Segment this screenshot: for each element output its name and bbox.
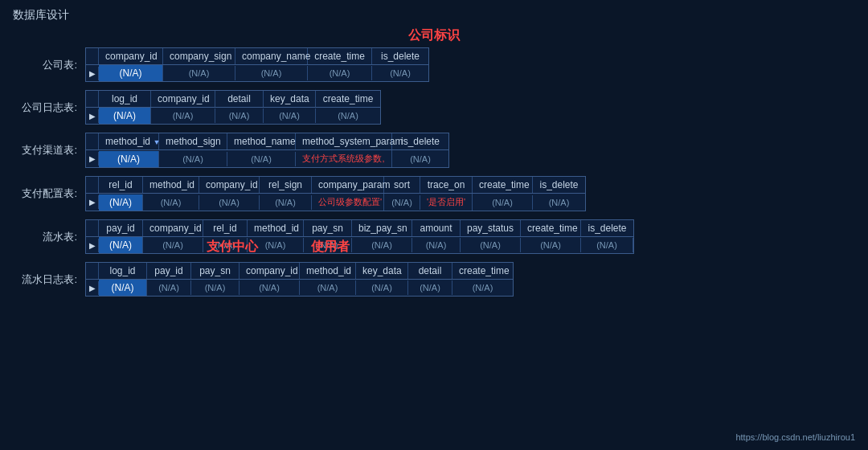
col-cell-1: (N/A): [163, 66, 235, 80]
col-header-0: log_id: [99, 91, 151, 107]
col-header-9: is_delete: [581, 220, 633, 236]
col-cell-0: (N/A): [99, 237, 143, 253]
col-header-1: method_sign: [159, 133, 227, 149]
col-cell-7: (N/A): [452, 280, 513, 295]
col-cell-0: (N/A): [99, 280, 147, 296]
db-table-body-3: ▶(N/A)(N/A)(N/A)(N/A)公司级参数配置'(N/A)'是否启用'…: [86, 194, 585, 211]
col-cell-0: (N/A): [99, 194, 143, 211]
col-header-8: is_delete: [533, 177, 585, 193]
table-group-5: 流水日志表:log_idpay_idpay_sncompany_idmethod…: [13, 262, 855, 297]
db-table-body-0: ▶(N/A)(N/A)(N/A)(N/A)(N/A): [86, 65, 428, 81]
col-header-3: method_system_param: [296, 133, 392, 149]
db-table-header-2: method_id ▼method_signmethod_namemethod_…: [86, 133, 448, 150]
db-table-header-4: pay_idcompany_idrel_idmethod_idpay_snbiz…: [86, 220, 633, 237]
col-cell-5: (N/A): [356, 280, 408, 295]
col-header-4: is_delete: [392, 133, 448, 149]
col-cell-2: (N/A): [227, 152, 296, 166]
col-header-2: company_name: [235, 48, 308, 64]
col-header-3: rel_sign: [260, 177, 312, 193]
col-cell-3: (N/A): [240, 280, 300, 295]
col-cell-6: (N/A): [412, 238, 461, 252]
db-table-body-2: ▶(N/A)(N/A)(N/A)支付方式系统级参数,(N/A): [86, 150, 448, 167]
col-cell-8: (N/A): [533, 195, 585, 210]
db-table-body-1: ▶(N/A)(N/A)(N/A)(N/A)(N/A): [86, 108, 380, 124]
col-cell-1: (N/A): [143, 238, 203, 252]
col-header-0: company_id: [99, 48, 163, 64]
col-header-0: pay_id: [99, 220, 143, 236]
col-header-2: detail: [215, 91, 264, 107]
col-header-2: rel_id: [203, 220, 248, 236]
col-header-7: create_time: [473, 177, 533, 193]
db-table-3: rel_idmethod_idcompany_idrel_signcompany…: [85, 176, 586, 211]
db-table-5: log_idpay_idpay_sncompany_idmethod_idkey…: [85, 262, 514, 297]
arrow-cell: [86, 177, 99, 193]
col-cell-2: (N/A): [191, 280, 240, 295]
col-cell-2: (N/A): [203, 238, 248, 252]
col-header-1: company_id: [143, 220, 203, 236]
col-header-4: pay_sn: [304, 220, 352, 236]
arrow-cell-body: ▶: [86, 281, 99, 295]
db-table-header-3: rel_idmethod_idcompany_idrel_signcompany…: [86, 177, 585, 194]
table-label-0: 公司表:: [13, 58, 85, 72]
table-group-4: 流水表:pay_idcompany_idrel_idmethod_idpay_s…: [13, 219, 855, 254]
arrow-cell-body: ▶: [86, 152, 99, 166]
col-header-0: method_id ▼: [99, 133, 159, 149]
col-cell-5: (N/A): [384, 195, 420, 210]
col-cell-4: 公司级参数配置': [312, 194, 384, 211]
col-cell-7: (N/A): [461, 238, 521, 252]
db-table-2: method_id ▼method_signmethod_namemethod_…: [85, 133, 449, 168]
col-header-8: create_time: [521, 220, 581, 236]
col-cell-2: (N/A): [235, 66, 308, 80]
col-cell-2: (N/A): [199, 195, 260, 210]
table-group-3: 支付配置表:rel_idmethod_idcompany_idrel_signc…: [13, 176, 855, 211]
arrow-cell-body: ▶: [86, 109, 99, 123]
page-title: 数据库设计: [0, 0, 868, 27]
db-table-1: log_idcompany_iddetailkey_datacreate_tim…: [85, 90, 381, 125]
arrow-cell-body: ▶: [86, 67, 99, 80]
col-header-1: company_id: [151, 91, 215, 107]
col-cell-6: (N/A): [408, 280, 452, 295]
col-header-3: method_id: [248, 220, 304, 236]
col-cell-1: (N/A): [147, 280, 191, 295]
table-group-2: 支付渠道表:method_id ▼method_signmethod_namem…: [13, 133, 855, 168]
db-table-0: company_idcompany_signcompany_namecreate…: [85, 47, 429, 82]
col-cell-3: (N/A): [308, 66, 372, 80]
col-header-5: biz_pay_sn: [352, 220, 412, 236]
col-header-1: pay_id: [147, 263, 191, 279]
col-header-1: company_sign: [163, 48, 235, 64]
arrow-cell-body: ▶: [86, 239, 99, 252]
col-header-3: create_time: [308, 48, 372, 64]
col-header-0: rel_id: [99, 177, 143, 193]
col-cell-0: (N/A): [99, 65, 163, 81]
arrow-cell: [86, 263, 99, 279]
col-cell-0: (N/A): [99, 108, 151, 124]
col-header-2: method_name: [227, 133, 296, 149]
col-cell-7: (N/A): [473, 195, 533, 210]
col-cell-2: (N/A): [215, 108, 264, 123]
arrow-cell: [86, 91, 99, 107]
col-cell-4: (N/A): [316, 108, 380, 123]
col-header-4: is_delete: [372, 48, 428, 64]
col-header-3: company_id: [240, 263, 300, 279]
arrow-cell: [86, 48, 99, 64]
db-table-4: pay_idcompany_idrel_idmethod_idpay_snbiz…: [85, 219, 634, 254]
col-header-7: pay_status: [461, 220, 521, 236]
arrow-cell: [86, 220, 99, 236]
col-cell-3: (N/A): [248, 238, 304, 252]
col-cell-1: (N/A): [151, 108, 215, 123]
col-header-6: detail: [408, 263, 452, 279]
table-label-4: 流水表:: [13, 230, 85, 244]
col-cell-4: (N/A): [392, 152, 448, 166]
db-table-body-5: ▶(N/A)(N/A)(N/A)(N/A)(N/A)(N/A)(N/A)(N/A…: [86, 280, 513, 296]
table-group-1: 公司日志表:log_idcompany_iddetailkey_datacrea…: [13, 90, 855, 125]
col-header-1: method_id: [143, 177, 199, 193]
table-label-1: 公司日志表:: [13, 100, 85, 115]
col-cell-6: '是否启用': [420, 194, 473, 211]
table-group-0: 公司表:company_idcompany_signcompany_namecr…: [13, 47, 855, 82]
col-cell-1: (N/A): [143, 195, 199, 210]
arrow-cell-body: ▶: [86, 195, 99, 209]
table-label-5: 流水日志表:: [13, 272, 85, 287]
content-area: 公司表:company_idcompany_signcompany_namecr…: [0, 47, 868, 297]
db-table-header-5: log_idpay_idpay_sncompany_idmethod_idkey…: [86, 263, 513, 280]
col-cell-3: 支付方式系统级参数,: [296, 150, 392, 167]
